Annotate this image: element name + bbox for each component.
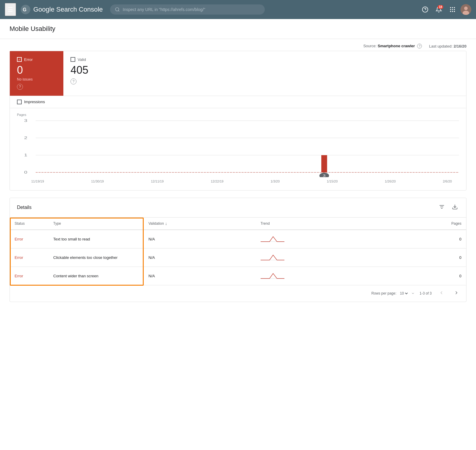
- last-updated-value: 2/16/20: [454, 44, 466, 48]
- svg-text:3: 3: [323, 174, 325, 177]
- last-updated-label: Last updated:: [429, 44, 452, 48]
- valid-status-card[interactable]: Valid 405 ?: [63, 51, 117, 96]
- filter-button[interactable]: [438, 203, 446, 213]
- error-label: Error: [24, 57, 33, 62]
- trend-sparkline-0: [261, 234, 284, 243]
- trend-sparkline-1: [261, 253, 284, 262]
- source-info: Source: Smartphone crawler ?: [363, 44, 422, 48]
- search-input[interactable]: [123, 7, 260, 12]
- col-pages: Pages: [388, 218, 466, 230]
- x-label-0: 11/19/19: [31, 180, 44, 183]
- table-row[interactable]: Error Content wider than screen N/A 0: [10, 267, 466, 285]
- svg-rect-27: [321, 155, 327, 172]
- trend-sparkline-2: [261, 271, 284, 280]
- status-cards: ✓ Error 0 No issues ? Valid 405 ?: [10, 51, 466, 96]
- x-label-2: 12/11/19: [151, 180, 164, 183]
- help-icon: [422, 6, 428, 13]
- source-label: Source:: [363, 44, 377, 48]
- svg-text:2: 2: [24, 136, 27, 139]
- col-validation[interactable]: Validation ↓: [144, 218, 256, 230]
- page-title: Mobile Usability: [10, 25, 466, 33]
- source-value: Smartphone crawler: [378, 44, 415, 48]
- page-info: 1-3 of 3: [419, 291, 432, 295]
- search-bar[interactable]: [110, 4, 265, 15]
- row-1-trend: [256, 248, 388, 267]
- avatar[interactable]: [461, 4, 471, 15]
- row-2-type: Content wider than screen: [48, 267, 144, 285]
- table-row[interactable]: Error Clickable elements too close toget…: [10, 248, 466, 267]
- x-label-3: 12/22/19: [211, 180, 223, 183]
- details-section: Details: [10, 198, 466, 302]
- source-help-icon[interactable]: ?: [417, 44, 422, 48]
- notifications-button[interactable]: 18: [433, 4, 444, 15]
- svg-point-13: [452, 11, 453, 12]
- x-label-4: 1/3/20: [271, 180, 280, 183]
- row-2-pages: 0: [388, 267, 466, 285]
- row-1-pages: 0: [388, 248, 466, 267]
- meta-info: Source: Smartphone crawler ? Last update…: [0, 39, 476, 51]
- app-title: Google Search Console: [33, 6, 103, 13]
- svg-text:1: 1: [24, 153, 27, 157]
- svg-point-10: [452, 9, 453, 10]
- chart-x-labels: 11/19/19 11/30/19 12/11/19 12/22/19 1/3/…: [17, 177, 459, 188]
- chart-svg: 3 2 1 0: [24, 118, 459, 177]
- row-1-type: Clickable elements too close together: [48, 248, 144, 267]
- dropdown-arrow-icon: [411, 292, 415, 295]
- row-2-trend: [256, 267, 388, 285]
- valid-checkbox-icon: [71, 57, 75, 62]
- impressions-label[interactable]: Impressions: [24, 100, 45, 104]
- details-table: Status Type Validation ↓ Trend Pages: [10, 218, 466, 285]
- chart-wrapper: 3 2 1 0: [17, 118, 459, 188]
- row-0-trend: [256, 230, 388, 248]
- svg-point-12: [450, 11, 451, 12]
- table-row[interactable]: Error Text too small to read N/A 0: [10, 230, 466, 248]
- apps-icon: [449, 6, 456, 13]
- apps-button[interactable]: [447, 4, 458, 15]
- menu-icon[interactable]: ☰: [5, 3, 16, 16]
- chart-container: 3 2 1 0: [24, 118, 459, 177]
- svg-text:G: G: [23, 7, 26, 12]
- error-count: 0: [17, 64, 56, 76]
- col-type: Type: [48, 218, 144, 230]
- error-description: No issues: [17, 77, 56, 81]
- chart-y-label: Pages: [17, 113, 459, 117]
- details-actions: [438, 203, 459, 213]
- valid-label: Valid: [78, 57, 86, 62]
- page-content: Mobile Usability Source: Smartphone craw…: [0, 19, 476, 450]
- valid-card-header: Valid: [71, 57, 110, 62]
- x-label-1: 11/30/19: [91, 180, 104, 183]
- error-card-header: ✓ Error: [17, 57, 56, 62]
- svg-text:0: 0: [24, 170, 27, 174]
- last-updated-info: Last updated: 2/16/20: [429, 44, 466, 48]
- help-button[interactable]: [419, 4, 431, 15]
- svg-point-6: [450, 7, 451, 8]
- app-logo: G Google Search Console: [21, 5, 103, 14]
- impressions-checkbox[interactable]: [17, 100, 22, 104]
- rows-per-page-select[interactable]: 10 25 50: [399, 291, 409, 296]
- download-button[interactable]: [451, 203, 459, 213]
- x-label-6: 1/26/20: [385, 180, 396, 183]
- details-title: Details: [17, 205, 32, 210]
- next-page-button[interactable]: [451, 289, 461, 298]
- search-icon: [115, 7, 120, 12]
- details-header: Details: [10, 198, 466, 218]
- valid-help-icon[interactable]: ?: [71, 78, 76, 84]
- impressions-row: Impressions: [10, 96, 466, 108]
- error-help-icon[interactable]: ?: [17, 84, 23, 90]
- x-label-5: 1/15/20: [327, 180, 338, 183]
- chart-section: ✓ Error 0 No issues ? Valid 405 ? Impres…: [10, 51, 466, 191]
- app-header: ☰ G Google Search Console 18: [0, 0, 476, 19]
- col-trend: Trend: [256, 218, 388, 230]
- row-0-validation: N/A: [144, 230, 256, 248]
- svg-point-16: [464, 7, 468, 10]
- chart-area: Pages 3 2 1 0: [10, 108, 466, 190]
- filter-icon: [439, 204, 445, 210]
- row-0-type: Text too small to read: [48, 230, 144, 248]
- pagination-row: Rows per page: 10 25 50 1-3 of 3: [10, 285, 466, 302]
- error-status-card[interactable]: ✓ Error 0 No issues ?: [10, 51, 63, 96]
- header-actions: 18: [419, 4, 471, 15]
- prev-page-button[interactable]: [436, 289, 447, 298]
- row-1-status: Error: [10, 248, 48, 267]
- svg-point-7: [452, 7, 453, 8]
- svg-point-8: [454, 7, 455, 8]
